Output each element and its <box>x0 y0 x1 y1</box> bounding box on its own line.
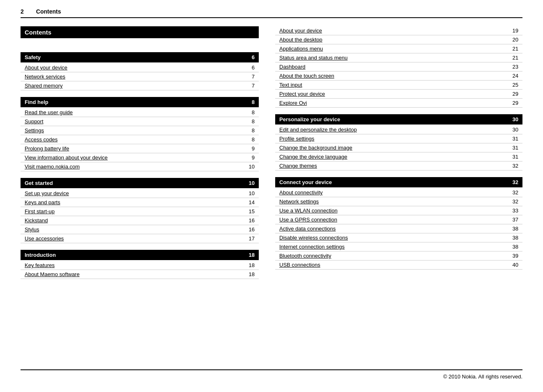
section-page-safety: 6 <box>252 54 255 60</box>
item-page: 38 <box>508 226 518 232</box>
section-header-find-help: Find help 8 <box>21 97 259 107</box>
item-label[interactable]: Kickstand <box>25 217 48 224</box>
item-page: 18 <box>246 271 255 277</box>
item-label[interactable]: Change themes <box>279 163 317 169</box>
section-page-find-help: 8 <box>252 99 255 105</box>
toc-item: Visit maemo.nokia.com 10 <box>21 162 259 171</box>
item-label[interactable]: Shared memory <box>25 83 62 89</box>
item-label[interactable]: Applications menu <box>279 46 323 52</box>
item-label[interactable]: Access codes <box>25 136 58 143</box>
item-label[interactable]: Status area and status menu <box>279 55 347 61</box>
item-label[interactable]: Settings <box>25 127 44 134</box>
item-label[interactable]: Set up your device <box>25 190 69 196</box>
item-page: 31 <box>508 154 518 160</box>
item-page: 21 <box>508 55 518 61</box>
item-label[interactable]: About the desktop <box>279 37 322 43</box>
toc-item: Protect your device 29 <box>275 90 522 99</box>
item-label[interactable]: Use a GPRS connection <box>279 217 337 223</box>
item-label[interactable]: Explore Ovi <box>279 100 307 106</box>
main-content: Contents Safety 6 About your device 6 Ne… <box>21 26 522 361</box>
item-label[interactable]: About your device <box>279 28 322 34</box>
item-label[interactable]: Key features <box>25 262 55 268</box>
section-connect: Connect your device 32 About connectivit… <box>275 177 522 270</box>
item-label[interactable]: Network services <box>25 74 65 80</box>
toc-item: Settings 8 <box>21 126 259 135</box>
header-title: Contents <box>36 8 61 15</box>
item-label[interactable]: Use a WLAN connection <box>279 208 338 214</box>
item-page: 10 <box>246 164 255 170</box>
toc-item: Access codes 8 <box>21 135 259 144</box>
item-page: 15 <box>246 208 255 214</box>
item-page: 30 <box>508 127 518 133</box>
item-page: 32 <box>508 189 518 196</box>
item-label[interactable]: Text input <box>279 82 302 88</box>
item-page: 37 <box>508 217 518 223</box>
section-header-personalize: Personalize your device 30 <box>275 114 522 125</box>
item-label[interactable]: Protect your device <box>279 91 325 97</box>
toc-item: Applications menu 21 <box>275 44 522 53</box>
toc-item: About your device 6 <box>21 63 259 72</box>
toc-item: USB connections 40 <box>275 261 522 270</box>
item-label[interactable]: Bluetooth connectivity <box>279 253 331 259</box>
section-safety: Safety 6 About your device 6 Network ser… <box>21 52 259 90</box>
section-label-personalize: Personalize your device <box>279 116 340 122</box>
section-label-safety: Safety <box>25 54 41 60</box>
item-label[interactable]: Use accessories <box>25 235 64 242</box>
section-page-connect: 32 <box>513 179 518 185</box>
item-label[interactable]: Prolong battery life <box>25 145 69 152</box>
section-label-find-help: Find help <box>25 99 48 105</box>
item-page: 8 <box>246 118 255 125</box>
item-label[interactable]: Edit and personalize the desktop <box>279 127 357 133</box>
item-page: 25 <box>508 82 518 88</box>
item-label[interactable]: Active data connections <box>279 226 336 232</box>
toc-item: About the touch screen 24 <box>275 71 522 81</box>
item-label[interactable]: Disable wireless connections <box>279 235 348 241</box>
item-label[interactable]: Internet connection settings <box>279 244 345 250</box>
item-label[interactable]: Keys and parts <box>25 199 60 205</box>
toc-item: Internet connection settings 38 <box>275 242 522 251</box>
item-label[interactable]: About the touch screen <box>279 73 334 79</box>
contents-main-header: Contents <box>21 26 259 38</box>
toc-item: Change the background image 31 <box>275 143 522 152</box>
toc-item: Use accessories 17 <box>21 234 259 243</box>
toc-item: Use a GPRS connection 37 <box>275 215 522 224</box>
toc-item: Use a WLAN connection 33 <box>275 206 522 215</box>
toc-item: Prolong battery life 9 <box>21 144 259 153</box>
item-label[interactable]: USB connections <box>279 262 320 268</box>
toc-item: Profile settings 31 <box>275 134 522 143</box>
item-label[interactable]: Stylus <box>25 226 39 233</box>
footer-text: © 2010 Nokia. All rights reserved. <box>443 374 522 380</box>
toc-item: View information about your device 9 <box>21 153 259 162</box>
section-label-connect: Connect your device <box>279 179 332 185</box>
item-page: 7 <box>246 83 255 89</box>
item-label[interactable]: Change the background image <box>279 145 352 151</box>
toc-item: Set up your device 10 <box>21 189 259 198</box>
toc-item: Active data connections 38 <box>275 224 522 233</box>
item-page: 8 <box>246 109 255 115</box>
item-label[interactable]: Change the device language <box>279 154 347 160</box>
item-label[interactable]: About Maemo software <box>25 271 80 277</box>
item-label[interactable]: Network settings <box>279 198 319 205</box>
left-column: Contents Safety 6 About your device 6 Ne… <box>21 26 259 361</box>
item-page: 8 <box>246 136 255 143</box>
item-label[interactable]: View information about your device <box>25 154 108 161</box>
item-label[interactable]: Read the user guide <box>25 109 73 115</box>
toc-item: About Maemo software 18 <box>21 270 259 279</box>
item-label[interactable]: Dashboard <box>279 64 306 70</box>
item-page: 16 <box>246 217 255 224</box>
toc-item: Network settings 32 <box>275 197 522 206</box>
toc-item: Text input 25 <box>275 81 522 90</box>
item-page: 40 <box>508 262 518 268</box>
item-label[interactable]: Profile settings <box>279 136 314 142</box>
page-wrapper: 2 Contents Contents Safety 6 About your … <box>0 0 543 392</box>
item-label[interactable]: Support <box>25 118 44 125</box>
item-label[interactable]: First start-up <box>25 208 55 214</box>
item-label[interactable]: Visit maemo.nokia.com <box>25 164 80 170</box>
section-header-safety: Safety 6 <box>21 52 259 62</box>
item-page: 23 <box>508 64 518 70</box>
toc-item: Support 8 <box>21 117 259 126</box>
item-label[interactable]: About connectivity <box>279 189 323 196</box>
item-page: 39 <box>508 253 518 259</box>
item-label[interactable]: About your device <box>25 65 67 71</box>
section-page-personalize: 30 <box>513 116 518 122</box>
